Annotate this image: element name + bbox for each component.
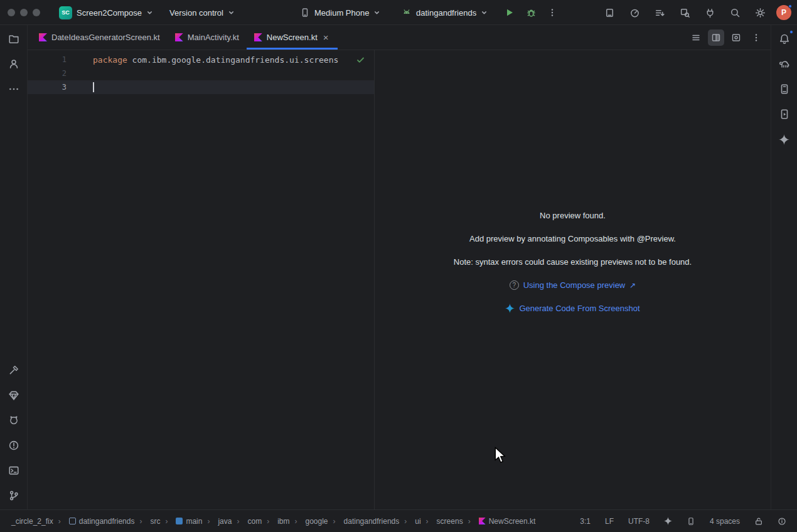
zoom-window-button[interactable] (33, 9, 40, 16)
tab-label: MainActivity.kt (188, 33, 239, 42)
profiler-icon (629, 8, 640, 18)
breadcrumb-item[interactable]: main (163, 516, 205, 527)
editor-options-button[interactable] (748, 29, 764, 46)
gear-icon (755, 8, 766, 18)
split-view-button[interactable] (708, 29, 724, 46)
version-control-tool-button[interactable] (3, 484, 25, 507)
generate-code-link-label: Generate Code From Screenshot (519, 304, 639, 313)
breadcrumbs: _circle_2_fix datingandfriends src main … (9, 516, 538, 527)
breadcrumb-item[interactable]: google (292, 516, 330, 527)
breadcrumb-item[interactable]: ui (402, 516, 423, 527)
design-view-button[interactable] (728, 29, 744, 46)
phone-icon (300, 8, 310, 18)
compose-preview-panel: No preview found. Add preview by annotat… (374, 50, 771, 509)
search-icon (730, 8, 741, 18)
code-editor[interactable]: 1 package com.ibm.google.datingandfriend… (28, 50, 374, 509)
gemini-tool-button[interactable] (773, 128, 796, 151)
avatar-initial: P (781, 8, 786, 17)
readonly-toggle-widget[interactable] (752, 516, 765, 527)
compose-preview-link-label: Using the Compose preview (523, 280, 626, 290)
text-caret (93, 82, 94, 92)
breadcrumb-label: ibm (277, 517, 289, 526)
device-manager-button[interactable] (601, 4, 618, 21)
avatar[interactable]: P (776, 5, 791, 20)
code-view-button[interactable] (688, 29, 704, 46)
device-selector[interactable]: Medium Phone (295, 3, 385, 22)
main-area: DateIdeasGeneratorScreen.kt MainActivity… (0, 25, 797, 509)
line-separator-widget[interactable]: LF (603, 516, 616, 527)
breadcrumb-label: datingandfriends (344, 517, 400, 526)
tab-mainactivity[interactable]: MainActivity.kt (168, 25, 247, 50)
editor-zone: DateIdeasGeneratorScreen.kt MainActivity… (28, 25, 771, 509)
run-button[interactable] (501, 4, 518, 21)
kebab-menu-icon (547, 8, 557, 18)
titlebar-right-actions: P (601, 4, 791, 21)
gradle-tool-button[interactable] (773, 53, 796, 75)
tab-newscreen[interactable]: NewScreen.kt × (247, 25, 338, 50)
build-tool-button[interactable] (3, 359, 25, 381)
breadcrumb-item[interactable]: src (137, 516, 163, 527)
version-control-selector[interactable]: Version control (164, 3, 240, 22)
close-tab-icon[interactable]: × (322, 33, 330, 42)
plugins-button[interactable] (701, 4, 719, 21)
window-controls (8, 9, 40, 16)
tab-dateideasgeneratorscreen[interactable]: DateIdeasGeneratorScreen.kt (31, 25, 168, 50)
minimize-window-button[interactable] (20, 9, 28, 16)
profiler-button[interactable] (626, 4, 643, 21)
breadcrumb-label: _circle_2_fix (11, 517, 53, 526)
running-devices-icon (779, 109, 790, 120)
breadcrumb-item[interactable]: datingandfriends (331, 516, 402, 527)
avatar-notification-dot (788, 4, 792, 8)
play-icon (505, 8, 515, 18)
run-config-label: datingandfriends (416, 8, 476, 18)
compose-preview-help-link[interactable]: ? Using the Compose preview ↗ (510, 280, 636, 290)
project-tool-button[interactable] (3, 28, 25, 50)
logcat-tool-button[interactable] (3, 409, 25, 432)
breadcrumb-item[interactable]: screens (424, 516, 466, 527)
inspections-widget[interactable] (356, 55, 365, 66)
search-everywhere-button[interactable] (726, 4, 744, 21)
problems-tool-button[interactable] (3, 434, 25, 457)
tab-label: NewScreen.kt (267, 33, 318, 42)
app-quality-insights-button[interactable] (3, 384, 25, 407)
encoding-widget[interactable]: UTF-8 (626, 516, 651, 527)
notification-dot (789, 30, 793, 34)
close-window-button[interactable] (8, 9, 15, 16)
info-widget[interactable] (776, 516, 788, 527)
project-badge: SC (59, 6, 72, 19)
breadcrumb-item[interactable]: java (205, 516, 234, 527)
breadcrumb-label: ui (415, 517, 420, 526)
gemini-sparkle-icon (505, 304, 515, 313)
build-variants-button[interactable] (651, 4, 668, 21)
titlebar: SC Screen2Compose Version control Medium… (0, 0, 797, 25)
generate-code-link[interactable]: Generate Code From Screenshot (505, 304, 639, 313)
caret-position-widget[interactable]: 3:1 (578, 516, 592, 527)
breadcrumb-label: java (218, 517, 232, 526)
chevron-down-icon (373, 9, 380, 16)
running-devices-button[interactable] (773, 103, 796, 125)
terminal-tool-button[interactable] (3, 459, 25, 482)
app-inspection-button[interactable] (676, 4, 693, 21)
settings-button[interactable] (751, 4, 769, 21)
debug-button[interactable] (522, 4, 540, 21)
chevron-down-icon (481, 9, 488, 16)
device-status-widget[interactable] (685, 516, 697, 527)
code-line: 2 (28, 66, 374, 80)
device-explorer-button[interactable] (773, 78, 796, 100)
breadcrumb-item[interactable]: com (234, 516, 264, 527)
indent-widget[interactable]: 4 spaces (708, 516, 742, 527)
project-selector[interactable]: SC Screen2Compose (54, 3, 158, 22)
tab-label: DateIdeasGeneratorScreen.kt (51, 33, 160, 42)
more-run-options-button[interactable] (543, 4, 561, 21)
gemini-status-widget[interactable] (662, 516, 674, 526)
statusbar: _circle_2_fix datingandfriends src main … (0, 509, 797, 532)
commit-tool-button[interactable] (3, 53, 25, 75)
breadcrumb-item[interactable]: NewScreen.kt (466, 516, 538, 527)
run-configuration-selector[interactable]: datingandfriends (397, 3, 493, 22)
breadcrumb-item[interactable]: ibm (264, 516, 292, 527)
breadcrumb-item[interactable]: _circle_2_fix (9, 516, 56, 527)
more-tool-windows-button[interactable] (3, 78, 25, 100)
notifications-button[interactable] (773, 28, 796, 50)
list-arrow-icon (655, 8, 665, 18)
breadcrumb-item[interactable]: datingandfriends (56, 516, 137, 527)
